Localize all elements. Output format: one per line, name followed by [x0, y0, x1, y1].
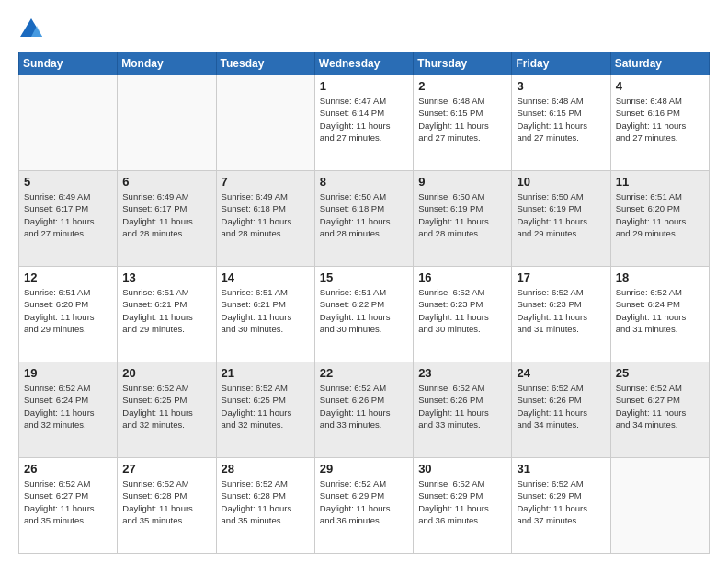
- calendar-cell: [216, 75, 314, 171]
- day-number: 11: [616, 175, 704, 189]
- calendar-cell: 24Sunrise: 6:52 AM Sunset: 6:26 PM Dayli…: [512, 362, 610, 458]
- day-number: 12: [24, 270, 112, 284]
- day-info: Sunrise: 6:51 AM Sunset: 6:20 PM Dayligh…: [24, 286, 112, 335]
- logo: [18, 17, 48, 42]
- calendar-cell: 3Sunrise: 6:48 AM Sunset: 6:15 PM Daylig…: [512, 75, 610, 171]
- day-number: 15: [320, 270, 408, 284]
- calendar-cell: 29Sunrise: 6:52 AM Sunset: 6:29 PM Dayli…: [314, 458, 413, 554]
- day-number: 31: [517, 462, 605, 476]
- day-info: Sunrise: 6:52 AM Sunset: 6:27 PM Dayligh…: [616, 382, 704, 431]
- day-info: Sunrise: 6:52 AM Sunset: 6:23 PM Dayligh…: [517, 286, 605, 335]
- calendar-cell: 19Sunrise: 6:52 AM Sunset: 6:24 PM Dayli…: [19, 362, 118, 458]
- day-info: Sunrise: 6:48 AM Sunset: 6:15 PM Dayligh…: [418, 95, 506, 144]
- calendar-cell: 4Sunrise: 6:48 AM Sunset: 6:16 PM Daylig…: [610, 75, 709, 171]
- day-info: Sunrise: 6:52 AM Sunset: 6:24 PM Dayligh…: [24, 382, 112, 431]
- day-number: 30: [418, 462, 506, 476]
- day-number: 5: [24, 175, 112, 189]
- day-number: 10: [517, 175, 605, 189]
- day-number: 8: [320, 175, 408, 189]
- day-number: 28: [222, 462, 310, 476]
- day-info: Sunrise: 6:52 AM Sunset: 6:29 PM Dayligh…: [517, 477, 605, 526]
- calendar-row-0: 1Sunrise: 6:47 AM Sunset: 6:14 PM Daylig…: [19, 75, 710, 171]
- day-info: Sunrise: 6:52 AM Sunset: 6:29 PM Dayligh…: [418, 477, 506, 526]
- day-info: Sunrise: 6:48 AM Sunset: 6:15 PM Dayligh…: [517, 95, 605, 144]
- calendar-cell: 27Sunrise: 6:52 AM Sunset: 6:28 PM Dayli…: [118, 458, 216, 554]
- header-saturday: Saturday: [610, 52, 709, 75]
- calendar-cell: 21Sunrise: 6:52 AM Sunset: 6:25 PM Dayli…: [216, 362, 314, 458]
- day-number: 13: [122, 270, 210, 284]
- calendar-header-row: SundayMondayTuesdayWednesdayThursdayFrid…: [19, 52, 710, 75]
- day-number: 14: [222, 270, 310, 284]
- day-number: 19: [24, 366, 112, 380]
- day-info: Sunrise: 6:48 AM Sunset: 6:16 PM Dayligh…: [616, 95, 704, 144]
- day-number: 22: [320, 366, 408, 380]
- calendar-cell: 13Sunrise: 6:51 AM Sunset: 6:21 PM Dayli…: [118, 267, 216, 362]
- day-number: 6: [122, 175, 210, 189]
- day-info: Sunrise: 6:52 AM Sunset: 6:26 PM Dayligh…: [320, 382, 408, 431]
- day-info: Sunrise: 6:51 AM Sunset: 6:20 PM Dayligh…: [616, 190, 704, 239]
- day-info: Sunrise: 6:50 AM Sunset: 6:19 PM Dayligh…: [418, 190, 506, 239]
- day-info: Sunrise: 6:51 AM Sunset: 6:21 PM Dayligh…: [122, 286, 210, 335]
- calendar-cell: 8Sunrise: 6:50 AM Sunset: 6:18 PM Daylig…: [314, 171, 413, 267]
- calendar-cell: 31Sunrise: 6:52 AM Sunset: 6:29 PM Dayli…: [512, 458, 610, 554]
- calendar-cell: 9Sunrise: 6:50 AM Sunset: 6:19 PM Daylig…: [414, 171, 512, 267]
- calendar-cell: 30Sunrise: 6:52 AM Sunset: 6:29 PM Dayli…: [414, 458, 512, 554]
- calendar-cell: 15Sunrise: 6:51 AM Sunset: 6:22 PM Dayli…: [314, 267, 413, 362]
- day-info: Sunrise: 6:52 AM Sunset: 6:26 PM Dayligh…: [517, 382, 605, 431]
- calendar-row-1: 5Sunrise: 6:49 AM Sunset: 6:17 PM Daylig…: [19, 171, 710, 267]
- calendar-cell: 10Sunrise: 6:50 AM Sunset: 6:19 PM Dayli…: [512, 171, 610, 267]
- day-info: Sunrise: 6:52 AM Sunset: 6:29 PM Dayligh…: [320, 477, 408, 526]
- calendar-cell: 17Sunrise: 6:52 AM Sunset: 6:23 PM Dayli…: [512, 267, 610, 362]
- day-info: Sunrise: 6:47 AM Sunset: 6:14 PM Dayligh…: [320, 95, 408, 144]
- day-number: 2: [418, 79, 506, 93]
- calendar-row-2: 12Sunrise: 6:51 AM Sunset: 6:20 PM Dayli…: [19, 267, 710, 362]
- day-info: Sunrise: 6:50 AM Sunset: 6:19 PM Dayligh…: [517, 190, 605, 239]
- day-number: 18: [616, 270, 704, 284]
- day-number: 7: [222, 175, 310, 189]
- day-info: Sunrise: 6:49 AM Sunset: 6:17 PM Dayligh…: [24, 190, 112, 239]
- header-monday: Monday: [118, 52, 216, 75]
- header-tuesday: Tuesday: [216, 52, 314, 75]
- day-number: 23: [418, 366, 506, 380]
- calendar-cell: 28Sunrise: 6:52 AM Sunset: 6:28 PM Dayli…: [216, 458, 314, 554]
- day-number: 24: [517, 366, 605, 380]
- day-number: 3: [517, 79, 605, 93]
- calendar-cell: 25Sunrise: 6:52 AM Sunset: 6:27 PM Dayli…: [610, 362, 709, 458]
- calendar-cell: 5Sunrise: 6:49 AM Sunset: 6:17 PM Daylig…: [19, 171, 118, 267]
- logo-icon: [18, 17, 44, 42]
- header-thursday: Thursday: [414, 52, 512, 75]
- calendar-cell: 7Sunrise: 6:49 AM Sunset: 6:18 PM Daylig…: [216, 171, 314, 267]
- calendar-cell: 14Sunrise: 6:51 AM Sunset: 6:21 PM Dayli…: [216, 267, 314, 362]
- calendar-cell: 16Sunrise: 6:52 AM Sunset: 6:23 PM Dayli…: [414, 267, 512, 362]
- day-info: Sunrise: 6:52 AM Sunset: 6:23 PM Dayligh…: [418, 286, 506, 335]
- day-info: Sunrise: 6:52 AM Sunset: 6:28 PM Dayligh…: [222, 477, 310, 526]
- calendar-cell: [610, 458, 709, 554]
- calendar-cell: 11Sunrise: 6:51 AM Sunset: 6:20 PM Dayli…: [610, 171, 709, 267]
- day-info: Sunrise: 6:52 AM Sunset: 6:26 PM Dayligh…: [418, 382, 506, 431]
- calendar-cell: 12Sunrise: 6:51 AM Sunset: 6:20 PM Dayli…: [19, 267, 118, 362]
- day-number: 1: [320, 79, 408, 93]
- day-info: Sunrise: 6:49 AM Sunset: 6:17 PM Dayligh…: [122, 190, 210, 239]
- calendar-table: SundayMondayTuesdayWednesdayThursdayFrid…: [18, 52, 710, 554]
- day-info: Sunrise: 6:50 AM Sunset: 6:18 PM Dayligh…: [320, 190, 408, 239]
- day-number: 26: [24, 462, 112, 476]
- calendar-cell: 22Sunrise: 6:52 AM Sunset: 6:26 PM Dayli…: [314, 362, 413, 458]
- page: SundayMondayTuesdayWednesdayThursdayFrid…: [0, 0, 728, 563]
- day-number: 29: [320, 462, 408, 476]
- header: [18, 17, 710, 42]
- calendar-cell: 20Sunrise: 6:52 AM Sunset: 6:25 PM Dayli…: [118, 362, 216, 458]
- day-number: 21: [222, 366, 310, 380]
- header-friday: Friday: [512, 52, 610, 75]
- day-number: 20: [122, 366, 210, 380]
- day-info: Sunrise: 6:52 AM Sunset: 6:27 PM Dayligh…: [24, 477, 112, 526]
- calendar-cell: 1Sunrise: 6:47 AM Sunset: 6:14 PM Daylig…: [314, 75, 413, 171]
- day-info: Sunrise: 6:49 AM Sunset: 6:18 PM Dayligh…: [222, 190, 310, 239]
- calendar-cell: 18Sunrise: 6:52 AM Sunset: 6:24 PM Dayli…: [610, 267, 709, 362]
- day-number: 16: [418, 270, 506, 284]
- day-number: 17: [517, 270, 605, 284]
- day-number: 25: [616, 366, 704, 380]
- calendar-row-3: 19Sunrise: 6:52 AM Sunset: 6:24 PM Dayli…: [19, 362, 710, 458]
- calendar-row-4: 26Sunrise: 6:52 AM Sunset: 6:27 PM Dayli…: [19, 458, 710, 554]
- calendar-cell: 6Sunrise: 6:49 AM Sunset: 6:17 PM Daylig…: [118, 171, 216, 267]
- day-info: Sunrise: 6:52 AM Sunset: 6:28 PM Dayligh…: [122, 477, 210, 526]
